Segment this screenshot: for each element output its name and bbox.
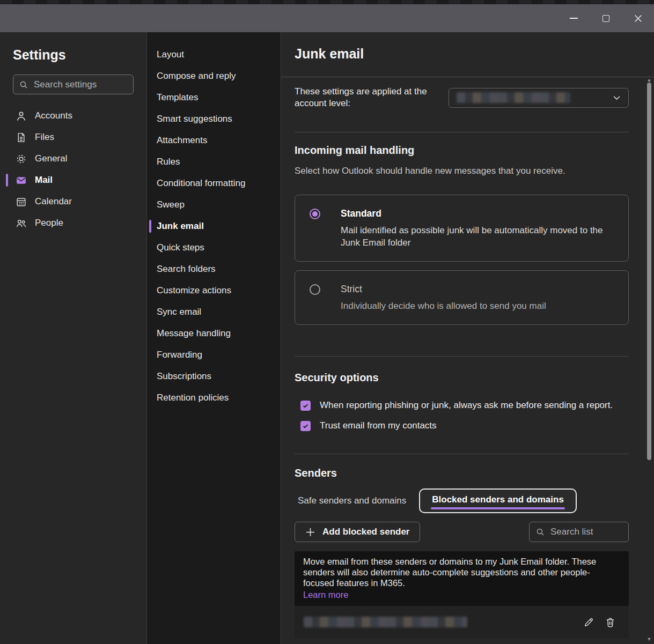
- trash-icon: [605, 617, 616, 628]
- person-icon: [16, 110, 27, 122]
- maximize-icon: [602, 15, 609, 22]
- nav-item-layout[interactable]: Layout: [147, 44, 281, 65]
- strict-option-card[interactable]: Strict Individually decide who is allowe…: [295, 270, 629, 325]
- delete-sender-button[interactable]: [605, 617, 616, 628]
- nav-item-label: Subscriptions: [157, 371, 211, 382]
- divider: [295, 132, 629, 132]
- close-icon: [634, 14, 642, 23]
- standard-option-text: Standard Mail identified as possible jun…: [341, 208, 615, 249]
- nav-item-label: Templates: [157, 92, 198, 103]
- close-button[interactable]: [622, 4, 654, 32]
- search-list-input[interactable]: [549, 526, 622, 538]
- scrollbar-up-arrow[interactable]: ▲: [645, 77, 653, 83]
- sidebar-item-people[interactable]: People: [0, 212, 146, 234]
- minimize-button[interactable]: [557, 4, 590, 32]
- search-icon: [536, 528, 545, 536]
- nav-item-label: Sync email: [157, 307, 201, 317]
- settings-search-input[interactable]: [33, 79, 127, 91]
- page-title: Junk email: [295, 46, 654, 62]
- sidebar-item-calendar[interactable]: Calendar: [0, 191, 146, 212]
- checkmark-icon: [302, 423, 309, 430]
- nav-item-label: Junk email: [157, 221, 204, 232]
- settings-search[interactable]: [13, 75, 134, 94]
- nav-item-label: Layout: [157, 49, 184, 60]
- nav-item-forwarding[interactable]: Forwarding: [147, 344, 281, 366]
- standard-radio[interactable]: [310, 209, 320, 219]
- sidebar-item-accounts[interactable]: Accounts: [0, 105, 146, 127]
- scrollbar: ▲ ▼: [645, 77, 653, 644]
- sidebar-item-files[interactable]: Files: [0, 127, 146, 148]
- scrollbar-thumb[interactable]: [647, 83, 651, 460]
- nav-item-message-handling[interactable]: Message handling: [147, 323, 281, 344]
- nav-item-label: Sweep: [157, 199, 185, 210]
- divider: [295, 356, 629, 357]
- nav-item-sync-email[interactable]: Sync email: [147, 301, 281, 323]
- sidebar-item-label: Accounts: [35, 110, 72, 121]
- senders-tabs: Safe senders and domains Blocked senders…: [295, 488, 629, 513]
- nav-item-junk-email[interactable]: Junk email: [147, 216, 281, 237]
- mail-icon: [16, 175, 27, 186]
- active-indicator-bar: [149, 220, 151, 233]
- background-window-strip: [0, 0, 654, 4]
- scrollbar-down-arrow[interactable]: ▼: [645, 636, 653, 642]
- trust-contacts-label: Trust email from my contacts: [320, 420, 437, 431]
- incoming-mail-heading: Incoming mail handling: [295, 144, 629, 157]
- search-icon: [19, 80, 28, 89]
- strict-option-label: Strict: [341, 283, 546, 295]
- gear-icon: [16, 153, 27, 165]
- standard-option-description: Mail identified as possible junk will be…: [341, 224, 615, 249]
- divider: [295, 454, 629, 454]
- search-list-box[interactable]: [529, 522, 629, 542]
- standard-option-card[interactable]: Standard Mail identified as possible jun…: [295, 195, 629, 262]
- nav-item-search-folders[interactable]: Search folders: [147, 258, 281, 280]
- active-indicator-bar: [6, 174, 8, 187]
- nav-item-rules[interactable]: Rules: [147, 151, 281, 173]
- nav-item-subscriptions[interactable]: Subscriptions: [147, 366, 281, 387]
- security-options-heading: Security options: [295, 371, 629, 384]
- account-level-note: These settings are applied at the accoun…: [295, 86, 439, 109]
- account-dropdown[interactable]: [449, 88, 629, 108]
- redacted-account-email: [457, 92, 570, 103]
- minimize-icon: [570, 18, 578, 19]
- nav-item-label: Message handling: [157, 328, 231, 339]
- sidebar-item-mail[interactable]: Mail: [0, 169, 146, 191]
- tab-safe-senders[interactable]: Safe senders and domains: [295, 495, 409, 506]
- tab-blocked-senders[interactable]: Blocked senders and domains: [419, 488, 577, 513]
- nav-item-label: Smart suggestions: [157, 114, 232, 124]
- row-actions: [583, 617, 616, 628]
- outlook-settings-window: Settings Accounts Files: [0, 0, 654, 644]
- sidebar-item-label: General: [35, 153, 67, 164]
- sidebar-item-label: People: [35, 218, 63, 228]
- nav-item-label: Customize actions: [157, 285, 231, 296]
- nav-item-compose-and-reply[interactable]: Compose and reply: [147, 65, 281, 87]
- strict-option-description: Individually decide who is allowed to se…: [341, 300, 546, 312]
- strict-radio[interactable]: [310, 284, 320, 295]
- maximize-button[interactable]: [590, 4, 622, 32]
- trust-contacts-checkbox[interactable]: [300, 421, 311, 431]
- nav-item-customize-actions[interactable]: Customize actions: [147, 280, 281, 301]
- nav-item-label: Attachments: [157, 135, 208, 146]
- nav-item-conditional-formatting[interactable]: Conditional formatting: [147, 173, 281, 194]
- nav-item-label: Forwarding: [157, 350, 202, 360]
- calendar-icon: [16, 196, 27, 208]
- nav-item-label: Conditional formatting: [157, 178, 245, 189]
- junk-email-panel: Junk email These settings are applied at…: [281, 32, 654, 644]
- blocked-senders-info-text: Move email from these senders or domains…: [303, 556, 620, 588]
- edit-sender-button[interactable]: [583, 617, 594, 628]
- active-tab-underline: [431, 507, 565, 509]
- learn-more-link[interactable]: Learn more: [303, 589, 348, 600]
- nav-item-label: Rules: [157, 157, 180, 167]
- nav-item-templates[interactable]: Templates: [147, 87, 281, 108]
- nav-item-retention-policies[interactable]: Retention policies: [147, 387, 281, 409]
- account-level-row: These settings are applied at the accoun…: [295, 86, 629, 109]
- add-blocked-sender-button[interactable]: Add blocked sender: [295, 522, 420, 542]
- sidebar-item-general[interactable]: General: [0, 148, 146, 169]
- nav-item-attachments[interactable]: Attachments: [147, 130, 281, 151]
- blocked-senders-info: Move email from these senders or domains…: [295, 551, 629, 606]
- nav-item-quick-steps[interactable]: Quick steps: [147, 237, 281, 258]
- nav-item-sweep[interactable]: Sweep: [147, 194, 281, 216]
- phishing-report-checkbox[interactable]: [300, 401, 311, 411]
- nav-item-smart-suggestions[interactable]: Smart suggestions: [147, 108, 281, 130]
- redacted-blocked-sender: [304, 617, 467, 627]
- titlebar: [0, 4, 654, 32]
